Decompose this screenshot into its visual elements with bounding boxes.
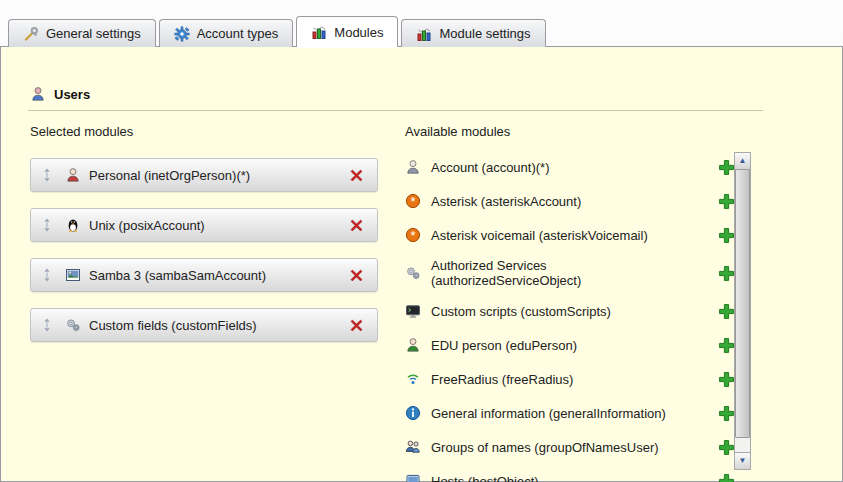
available-module-label: Asterisk voicemail (asteriskVoicemail): [431, 228, 648, 243]
remove-module-button[interactable]: [348, 167, 365, 184]
selected-module-label: Personal (inetOrgPerson)(*): [89, 168, 250, 183]
add-module-button[interactable]: [718, 193, 735, 210]
tab-label: Modules: [334, 25, 383, 40]
available-module-label: EDU person (eduPerson): [431, 338, 577, 353]
selected-module-row: Custom fields (customFields): [30, 308, 378, 342]
add-module-button[interactable]: [718, 265, 735, 282]
available-module-row: *Asterisk (asteriskAccount): [405, 186, 735, 216]
section-title: Users: [54, 87, 90, 102]
available-module-row: Account (account)(*): [405, 152, 735, 182]
gear-icon: [174, 26, 190, 42]
remove-module-button[interactable]: [348, 267, 365, 284]
scrollbar-thumb[interactable]: [735, 169, 750, 438]
selected-modules-list: Personal (inetOrgPerson)(*)Unix (posixAc…: [30, 158, 378, 358]
gears-icon: [405, 265, 421, 281]
tab-general-settings[interactable]: General settings: [8, 19, 156, 47]
selected-module-label: Samba 3 (sambaSamAccount): [89, 268, 266, 283]
available-module-label: FreeRadius (freeRadius): [431, 372, 573, 387]
available-modules-heading: Available modules: [405, 124, 510, 139]
modules-chart-icon: [311, 24, 327, 40]
available-module-label: Authorized Services (authorizedServiceOb…: [431, 258, 693, 288]
tab-module-settings[interactable]: Module settings: [401, 19, 545, 47]
user-icon: [30, 86, 46, 102]
drag-handle-icon[interactable]: [39, 217, 55, 233]
available-module-label: Account (account)(*): [431, 160, 550, 175]
add-module-button[interactable]: [718, 337, 735, 354]
remove-module-button[interactable]: [348, 217, 365, 234]
tab-label: General settings: [46, 26, 141, 41]
available-module-label: Groups of names (groupOfNamesUser): [431, 440, 659, 455]
add-module-button[interactable]: [718, 473, 735, 482]
selected-modules-heading: Selected modules: [30, 124, 133, 139]
divider: [28, 110, 763, 111]
tab-label: Account types: [197, 26, 279, 41]
tools-icon: [23, 26, 39, 42]
info-icon: [405, 405, 421, 421]
selected-module-label: Unix (posixAccount): [89, 218, 205, 233]
terminal-icon: [405, 303, 421, 319]
tab-account-types[interactable]: Account types: [159, 19, 294, 47]
photo-icon: [65, 267, 81, 283]
available-module-label: General information (generalInformation): [431, 406, 666, 421]
available-module-label: Custom scripts (customScripts): [431, 304, 611, 319]
gears-icon: [65, 317, 81, 333]
add-module-button[interactable]: [718, 227, 735, 244]
signal-icon: [405, 371, 421, 387]
section-heading: Users: [30, 86, 90, 102]
available-module-row: *Asterisk voicemail (asteriskVoicemail): [405, 220, 735, 250]
selected-module-row: Unix (posixAccount): [30, 208, 378, 242]
selected-module-row: Samba 3 (sambaSamAccount): [30, 258, 378, 292]
add-module-button[interactable]: [718, 371, 735, 388]
scrollbar[interactable]: ▲ ▼: [734, 152, 751, 470]
drag-handle-icon[interactable]: [39, 167, 55, 183]
add-module-button[interactable]: [718, 159, 735, 176]
lam-config-window: General settings Account types Modules M…: [0, 0, 843, 482]
available-module-row: Custom scripts (customScripts): [405, 296, 735, 326]
user-gray-icon: [405, 159, 421, 175]
scroll-down-icon[interactable]: ▼: [735, 452, 750, 469]
user-red-icon: [65, 167, 81, 183]
available-module-label: Asterisk (asteriskAccount): [431, 194, 581, 209]
add-module-button[interactable]: [718, 439, 735, 456]
available-modules-list: Account (account)(*)*Asterisk (asteriskA…: [405, 152, 735, 482]
asterisk-icon: *: [405, 227, 421, 243]
selected-module-row: Personal (inetOrgPerson)(*): [30, 158, 378, 192]
host-icon: [405, 473, 421, 482]
available-module-row: Authorized Services (authorizedServiceOb…: [405, 254, 735, 292]
scroll-up-icon[interactable]: ▲: [735, 153, 750, 170]
available-module-row: Groups of names (groupOfNamesUser): [405, 432, 735, 462]
available-module-row: EDU person (eduPerson): [405, 330, 735, 360]
drag-handle-icon[interactable]: [39, 317, 55, 333]
svg-text:*: *: [410, 194, 415, 209]
tab-modules[interactable]: Modules: [296, 16, 398, 47]
tab-bar: General settings Account types Modules M…: [8, 16, 546, 47]
remove-module-button[interactable]: [348, 317, 365, 334]
tab-label: Module settings: [439, 26, 530, 41]
group-icon: [405, 439, 421, 455]
available-module-label: Hosts (hostObject): [431, 474, 539, 482]
available-module-row: FreeRadius (freeRadius): [405, 364, 735, 394]
svg-text:*: *: [410, 228, 415, 243]
tux-icon: [65, 217, 81, 233]
add-module-button[interactable]: [718, 405, 735, 422]
available-module-row: General information (generalInformation): [405, 398, 735, 428]
module-settings-chart-icon: [416, 26, 432, 42]
selected-module-label: Custom fields (customFields): [89, 318, 257, 333]
user-green-icon: [405, 337, 421, 353]
asterisk-icon: *: [405, 193, 421, 209]
available-module-row: Hosts (hostObject): [405, 466, 735, 482]
drag-handle-icon[interactable]: [39, 267, 55, 283]
add-module-button[interactable]: [718, 303, 735, 320]
